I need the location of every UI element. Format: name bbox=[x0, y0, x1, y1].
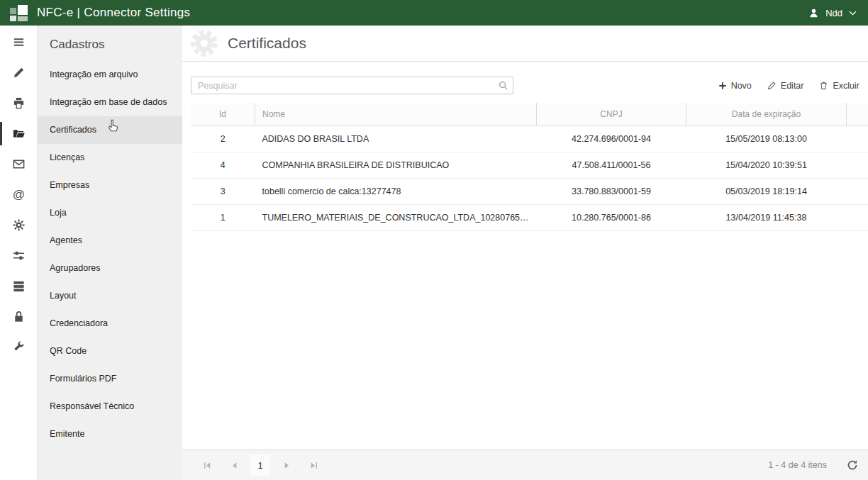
grid-toolbar: Novo Editar Excluir bbox=[182, 62, 868, 103]
cell-nome: tobelli comercio de calca:13277478 bbox=[255, 179, 537, 205]
table-row[interactable]: 2ADIDAS DO BRASIL LTDA42.274.696/0001-94… bbox=[191, 126, 868, 152]
brush-icon[interactable] bbox=[0, 57, 37, 88]
user-icon bbox=[808, 8, 819, 18]
wrench-icon[interactable] bbox=[0, 332, 37, 362]
prev-page-button[interactable] bbox=[223, 454, 245, 476]
rows-icon[interactable] bbox=[0, 271, 37, 301]
column-header-cnpj[interactable]: CNPJ bbox=[537, 103, 686, 126]
refresh-icon[interactable] bbox=[847, 459, 858, 471]
trash-icon bbox=[819, 81, 828, 90]
last-page-button[interactable] bbox=[303, 454, 324, 476]
table-body: 2ADIDAS DO BRASIL LTDA42.274.696/0001-94… bbox=[191, 126, 868, 231]
user-name: Ndd bbox=[825, 8, 842, 18]
first-page-button[interactable] bbox=[196, 454, 218, 476]
mail-icon[interactable] bbox=[0, 149, 37, 179]
cell-id: 3 bbox=[191, 179, 255, 205]
column-header-expiracao[interactable]: Data de expiração bbox=[686, 103, 847, 126]
cell-filler bbox=[847, 152, 868, 179]
at-icon[interactable]: @ bbox=[0, 179, 37, 210]
sidebar-item-certificados[interactable]: Certificados bbox=[38, 116, 182, 144]
excluir-label: Excluir bbox=[833, 81, 859, 91]
gear-icon[interactable] bbox=[0, 210, 37, 240]
sidebar: Cadastros Integração em arquivoIntegraçã… bbox=[38, 26, 182, 480]
cell-nome: TUMELERO_MATERIAIS_DE_CONSTRUCAO_LTDA_10… bbox=[255, 205, 537, 231]
user-menu[interactable]: Ndd bbox=[808, 8, 857, 18]
menu-icon[interactable] bbox=[0, 27, 37, 57]
search-input[interactable] bbox=[191, 77, 513, 94]
column-header-nome[interactable]: Nome bbox=[255, 103, 537, 126]
cell-cnpj: 42.274.696/0001-94 bbox=[537, 126, 686, 152]
sidebar-item-licencas[interactable]: Licenças bbox=[38, 144, 182, 172]
sidebar-item-emitente[interactable]: Emitente bbox=[38, 420, 182, 448]
edit-icon bbox=[767, 81, 777, 90]
certificados-badge-icon bbox=[188, 27, 221, 60]
sidebar-header: Cadastros bbox=[38, 26, 182, 61]
sidebar-item-integracao-em-arquivo[interactable]: Integração em arquivo bbox=[38, 61, 182, 89]
cell-expiracao: 15/05/2019 08:13:00 bbox=[686, 126, 847, 152]
sidebar-item-layout[interactable]: Layout bbox=[38, 282, 182, 310]
cell-cnpj: 33.780.883/0001-59 bbox=[537, 179, 686, 205]
printer-icon[interactable] bbox=[0, 88, 37, 118]
table-row[interactable]: 1TUMELERO_MATERIAIS_DE_CONSTRUCAO_LTDA_1… bbox=[191, 205, 868, 231]
column-header-filler bbox=[847, 103, 868, 126]
sliders-icon[interactable] bbox=[0, 240, 37, 271]
cell-expiracao: 15/04/2020 10:39:51 bbox=[686, 152, 847, 179]
excluir-button[interactable]: Excluir bbox=[819, 81, 859, 91]
topbar: NFC-e | Connector Settings Ndd bbox=[0, 0, 868, 26]
toolbar-actions: Novo Editar Excluir bbox=[718, 81, 859, 91]
lock-icon[interactable] bbox=[0, 301, 37, 332]
icon-rail: @ bbox=[0, 26, 38, 480]
table-row[interactable]: 3tobelli comercio de calca:1327747833.78… bbox=[191, 179, 868, 205]
sidebar-item-agrupadores[interactable]: Agrupadores bbox=[38, 255, 182, 282]
chevron-down-icon bbox=[849, 11, 857, 16]
sidebar-item-loja[interactable]: Loja bbox=[38, 199, 182, 227]
plus-icon bbox=[718, 82, 727, 90]
pager-info: 1 - 4 de 4 itens bbox=[768, 460, 827, 470]
cell-id: 1 bbox=[191, 205, 255, 231]
certificates-grid: Id Nome CNPJ Data de expiração 2ADIDAS D… bbox=[182, 103, 868, 450]
sidebar-item-integracao-em-base-de-dados[interactable]: Integração em base de dados bbox=[38, 89, 182, 116]
sidebar-menu: Integração em arquivoIntegração em base … bbox=[38, 61, 182, 448]
table-row[interactable]: 4COMPANHIA BRASILEIRA DE DISTRIBUICAO47.… bbox=[191, 152, 868, 179]
folder-icon[interactable] bbox=[0, 118, 37, 149]
novo-button[interactable]: Novo bbox=[718, 81, 752, 91]
novo-label: Novo bbox=[731, 81, 752, 91]
app-title: NFC-e | Connector Settings bbox=[37, 6, 190, 20]
sidebar-item-agentes[interactable]: Agentes bbox=[38, 227, 182, 255]
table-header-row: Id Nome CNPJ Data de expiração bbox=[191, 103, 868, 126]
cell-filler bbox=[847, 205, 868, 231]
cell-cnpj: 10.280.765/0001-86 bbox=[537, 205, 686, 231]
cell-filler bbox=[847, 126, 868, 152]
svg-text:@: @ bbox=[12, 188, 24, 201]
sidebar-item-empresas[interactable]: Empresas bbox=[38, 172, 182, 199]
sidebar-item-formularios-pdf[interactable]: Formulários PDF bbox=[38, 365, 182, 393]
page-header: Certificados bbox=[182, 26, 868, 62]
app-body: @ Cadastros Integração em arquivoIntegra… bbox=[0, 26, 868, 480]
app-logo-icon bbox=[10, 4, 28, 22]
cell-id: 2 bbox=[191, 126, 255, 152]
editar-label: Editar bbox=[781, 81, 804, 91]
cell-nome: ADIDAS DO BRASIL LTDA bbox=[255, 126, 537, 152]
cell-expiracao: 05/03/2019 18:19:14 bbox=[686, 179, 847, 205]
main-content: Certificados Novo bbox=[182, 26, 868, 480]
next-page-button[interactable] bbox=[276, 454, 297, 476]
current-page-button[interactable]: 1 bbox=[250, 454, 270, 476]
sidebar-item-responsavel-tecnico[interactable]: Responsável Técnico bbox=[38, 393, 182, 420]
sidebar-item-qr-code[interactable]: QR Code bbox=[38, 337, 182, 365]
page-title: Certificados bbox=[228, 35, 306, 52]
sidebar-item-credenciadora[interactable]: Credenciadora bbox=[38, 310, 182, 337]
column-header-id[interactable]: Id bbox=[191, 103, 255, 126]
pager: 1 1 - 4 de 4 itens bbox=[182, 450, 868, 480]
cell-nome: COMPANHIA BRASILEIRA DE DISTRIBUICAO bbox=[255, 152, 537, 179]
cell-cnpj: 47.508.411/0001-56 bbox=[537, 152, 686, 179]
editar-button[interactable]: Editar bbox=[767, 81, 804, 91]
certificates-table: Id Nome CNPJ Data de expiração 2ADIDAS D… bbox=[191, 103, 868, 231]
cell-expiracao: 13/04/2019 11:45:38 bbox=[686, 205, 847, 231]
search-icon[interactable] bbox=[498, 80, 508, 94]
search-box bbox=[191, 77, 513, 94]
cell-id: 4 bbox=[191, 152, 255, 179]
cell-filler bbox=[847, 179, 868, 205]
app-window: NFC-e | Connector Settings Ndd @ Cadastr… bbox=[0, 0, 868, 480]
